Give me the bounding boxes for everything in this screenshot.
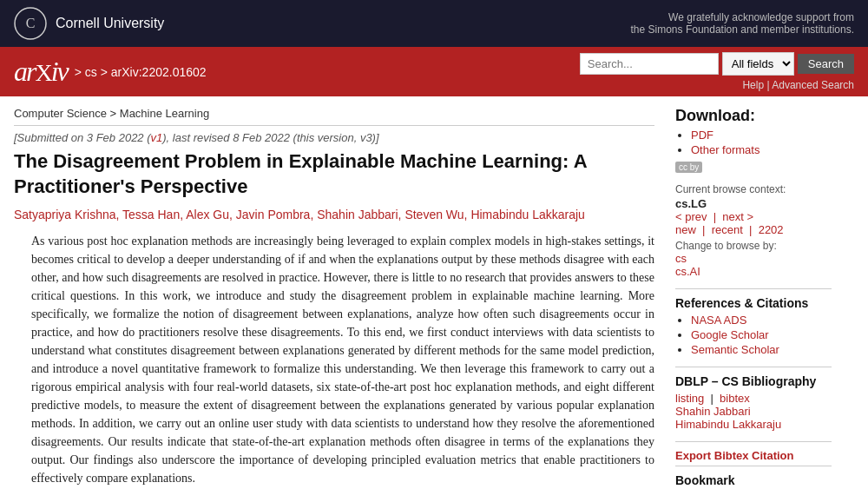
breadcrumb-paper-link[interactable]: arXiv:2202.01602 bbox=[111, 65, 207, 79]
dblp-person2-link[interactable]: Himabindu Lakkaraju bbox=[675, 418, 832, 431]
dblp-title: DBLP – CS Bibliography bbox=[675, 367, 832, 388]
download-title: Download: bbox=[675, 107, 832, 125]
semantic-scholar-item: Semantic Scholar bbox=[691, 343, 832, 356]
breadcrumb-machine-learning[interactable]: Machine Learning bbox=[120, 107, 209, 120]
abstract: As various post hoc explanation methods … bbox=[14, 232, 654, 487]
current-browse-label: Current browse context: bbox=[675, 183, 832, 195]
top-header: C Cornell University We gratefully ackno… bbox=[0, 0, 868, 47]
cc-badge: cc by bbox=[675, 162, 702, 173]
cornell-name-text: Cornell University bbox=[56, 16, 164, 31]
browse-context-section: Current browse context: cs.LG < prev | n… bbox=[675, 183, 832, 278]
search-row: All fields Search bbox=[580, 52, 854, 76]
browse-cs-ai-link[interactable]: cs.AI bbox=[675, 265, 700, 278]
arxiv-logo-text: arXiv bbox=[14, 56, 68, 88]
submission-info: [Submitted on 3 Feb 2022 (v1), last revi… bbox=[14, 131, 654, 144]
references-title: References & Citations bbox=[675, 288, 832, 310]
google-scholar-link[interactable]: Google Scholar bbox=[691, 328, 769, 341]
v1-link[interactable]: v1 bbox=[151, 131, 163, 144]
dblp-section: DBLP – CS Bibliography listing | bibtex … bbox=[675, 367, 832, 431]
arxiv-breadcrumb: > cs > arXiv:2202.01602 bbox=[75, 65, 207, 79]
bookmark-title: Bookmark bbox=[675, 473, 832, 487]
download-links-list: PDF Other formats bbox=[675, 129, 832, 156]
bookmark-section: Bookmark 🔖 ■ ■ ■ bbox=[675, 466, 832, 489]
nasa-ads-item: NASA ADS bbox=[691, 314, 832, 327]
arxiv-logo-area: arXiv > cs > arXiv:2202.01602 bbox=[14, 56, 207, 88]
breadcrumb: Computer Science > Machine Learning bbox=[14, 107, 654, 126]
breadcrumb-cs-link[interactable]: cs bbox=[85, 65, 97, 79]
dblp-listing-link[interactable]: listing bbox=[675, 392, 704, 405]
browse-context-value: cs.LG bbox=[675, 197, 832, 210]
author-gu[interactable]: Alex Gu bbox=[186, 208, 229, 221]
search-help-links: Help | Advanced Search bbox=[742, 79, 854, 91]
download-section: Download: PDF Other formats cc by bbox=[675, 107, 832, 173]
pdf-link[interactable]: PDF bbox=[691, 129, 713, 142]
search-input[interactable] bbox=[580, 53, 719, 75]
browse-nav-links: < prev | next > new | recent | 2202 bbox=[675, 210, 832, 236]
dblp-person1-link[interactable]: Shahin Jabbari bbox=[675, 405, 832, 418]
google-scholar-item: Google Scholar bbox=[691, 328, 832, 341]
paper-title: The Disagreement Problem in Explainable … bbox=[14, 149, 654, 199]
semantic-scholar-link[interactable]: Semantic Scholar bbox=[691, 343, 779, 356]
other-formats-list-item: Other formats bbox=[691, 143, 832, 156]
sidebar: Download: PDF Other formats cc by Curren… bbox=[668, 96, 842, 489]
breadcrumb-computer-science[interactable]: Computer Science bbox=[14, 107, 107, 120]
arxiv-nav-bar: arXiv > cs > arXiv:2202.01602 All fields… bbox=[0, 47, 868, 96]
dblp-bibtex-link[interactable]: bibtex bbox=[720, 392, 750, 405]
search-button[interactable]: Search bbox=[798, 54, 854, 74]
other-formats-link[interactable]: Other formats bbox=[691, 143, 760, 156]
dblp-listing-links: listing | bibtex bbox=[675, 392, 832, 405]
authors: Satyapriya Krishna, Tessa Han, Alex Gu, … bbox=[14, 208, 654, 221]
prev-link[interactable]: < prev bbox=[675, 210, 707, 223]
cornell-logo: C Cornell University bbox=[14, 7, 164, 40]
change-browse-label: Change to browse by: bbox=[675, 240, 777, 252]
author-lakkaraju[interactable]: Himabindu Lakkaraju bbox=[470, 208, 585, 221]
recent-link[interactable]: recent bbox=[712, 223, 743, 236]
pdf-list-item: PDF bbox=[691, 129, 832, 142]
breadcrumb-separator: > bbox=[110, 107, 120, 120]
help-link[interactable]: Help bbox=[742, 79, 764, 91]
search-area: All fields Search Help | Advanced Search bbox=[580, 52, 854, 91]
nasa-ads-link[interactable]: NASA ADS bbox=[691, 314, 746, 327]
year-link[interactable]: 2202 bbox=[759, 223, 784, 236]
browse-cs-link[interactable]: cs bbox=[675, 252, 687, 265]
cornell-seal-icon: C bbox=[14, 7, 47, 40]
author-krishna[interactable]: Satyapriya Krishna bbox=[14, 208, 116, 221]
references-section: References & Citations NASA ADS Google S… bbox=[675, 288, 832, 356]
dblp-person-links: Shahin Jabbari Himabindu Lakkaraju bbox=[675, 405, 832, 431]
author-pombra[interactable]: Javin Pombra bbox=[236, 208, 311, 221]
author-jabbari[interactable]: Shahin Jabbari bbox=[317, 208, 398, 221]
change-browse: Change to browse by: cs cs.AI bbox=[675, 240, 832, 278]
author-han[interactable]: Tessa Han bbox=[122, 208, 180, 221]
next-link[interactable]: next > bbox=[722, 210, 753, 223]
export-bibtex-link[interactable]: Export Bibtex Citation bbox=[675, 441, 832, 462]
main-wrapper: Computer Science > Machine Learning [Sub… bbox=[0, 96, 868, 489]
author-wu[interactable]: Steven Wu bbox=[404, 208, 464, 221]
svg-text:C: C bbox=[26, 16, 36, 30]
advanced-search-link[interactable]: Advanced Search bbox=[772, 79, 854, 91]
support-text: We gratefully acknowledge support fromth… bbox=[631, 11, 854, 36]
content-area: Computer Science > Machine Learning [Sub… bbox=[0, 96, 668, 489]
references-list: NASA ADS Google Scholar Semantic Scholar bbox=[675, 314, 832, 356]
search-fields-select[interactable]: All fields bbox=[722, 52, 794, 76]
new-link[interactable]: new bbox=[675, 223, 696, 236]
